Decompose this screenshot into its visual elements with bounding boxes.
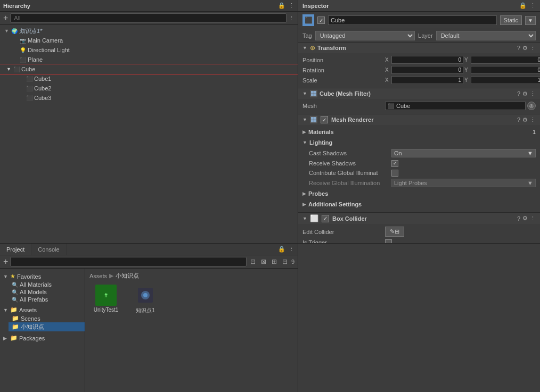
- mesh-renderer-check-icon: ✓: [322, 117, 326, 123]
- scale-row: Scale X Y Z: [302, 75, 536, 85]
- mesh-renderer-header[interactable]: ▼ ✓ Mesh Renderer ? ⚙ ⋮: [298, 114, 540, 125]
- scale-y-input[interactable]: [471, 76, 540, 84]
- cast-shadows-dropdown[interactable]: On ▼: [391, 149, 536, 157]
- position-xyz: X Y Z: [385, 56, 540, 64]
- tree-item-cube1[interactable]: ⬛ Cube1: [0, 74, 298, 84]
- tree-item-cube3[interactable]: ⬛ Cube3: [0, 93, 298, 103]
- packages-section: ▶ 📁 Packages: [0, 332, 85, 344]
- box-collider-check-icon: ✓: [323, 215, 328, 221]
- mesh-filter-dots-icon[interactable]: ⋮: [530, 90, 536, 97]
- favorites-star-icon: ★: [10, 273, 15, 280]
- is-trigger-checkbox[interactable]: [385, 239, 392, 244]
- scenes-item[interactable]: 📁 Scenes: [9, 314, 85, 322]
- tree-item-directional-light[interactable]: 💡 Directional Light: [0, 45, 298, 55]
- mesh-renderer-settings-icon[interactable]: ⚙: [522, 116, 528, 123]
- project-filter2-icon[interactable]: ⊠: [259, 257, 268, 266]
- project-tab[interactable]: Project: [0, 244, 31, 255]
- box-collider-help-icon[interactable]: ?: [517, 215, 520, 222]
- all-models-item[interactable]: 🔍 All Models: [9, 288, 85, 296]
- xiaozhi-item[interactable]: 📁 小知识点: [9, 322, 85, 331]
- materials-header[interactable]: ▶ Materials 1: [302, 128, 536, 136]
- inspector-lock-icon[interactable]: 🔒: [519, 2, 527, 9]
- object-enabled-check-icon: ✓: [319, 18, 323, 23]
- rotation-x-input[interactable]: [391, 66, 463, 74]
- probes-header[interactable]: ▶ Probes: [302, 189, 536, 198]
- cube-expand-icon[interactable]: ▼: [6, 66, 13, 72]
- edit-collider-button[interactable]: ✎⊞: [385, 227, 404, 237]
- all-materials-item[interactable]: 🔍 All Materials: [9, 281, 85, 288]
- edit-collider-row: Edit Collider ✎⊞: [302, 226, 536, 238]
- box-collider-title: Box Collider: [332, 215, 515, 222]
- tree-item-plane[interactable]: ⬛ Plane: [0, 55, 298, 64]
- static-button[interactable]: Static: [500, 15, 522, 25]
- packages-header[interactable]: ▶ 📁 Packages: [0, 333, 85, 343]
- object-name-input[interactable]: [328, 15, 497, 25]
- breadcrumb-assets[interactable]: Assets: [89, 273, 107, 279]
- tree-item-main-camera[interactable]: 📷 Main Camera: [0, 36, 298, 45]
- project-filter1-icon[interactable]: ⊡: [249, 257, 257, 266]
- unity-test1-asset[interactable]: # UnityTest1: [87, 283, 125, 316]
- box-collider-settings-icon[interactable]: ⚙: [522, 215, 528, 222]
- mesh-filter-header[interactable]: ▼ Cube (Mesh Filter) ? ⚙ ⋮: [298, 88, 540, 99]
- materials-row: ▶ Materials 1: [302, 127, 536, 137]
- mesh-filter-settings-icon[interactable]: ⚙: [522, 90, 528, 97]
- favorites-header[interactable]: ▼ ★ Favorites: [0, 272, 85, 281]
- layer-select[interactable]: Default: [436, 31, 536, 40]
- mesh-select-button[interactable]: ◎: [527, 102, 536, 110]
- receive-gi-row: Receive Global Illumination Light Probes…: [302, 178, 536, 188]
- breadcrumb: Assets ▶ 小知识点: [87, 271, 296, 281]
- inspector-dots-icon[interactable]: ⋮: [530, 2, 536, 9]
- box-collider-enabled-checkbox[interactable]: ✓: [322, 215, 329, 222]
- tag-select[interactable]: Untagged: [315, 31, 415, 40]
- console-tab[interactable]: Console: [31, 244, 66, 255]
- all-prefabs-search-icon: 🔍: [12, 297, 18, 303]
- transform-header[interactable]: ▼ ⊕ Transform ? ⚙ ⋮: [298, 43, 540, 53]
- mesh-filter-help-icon[interactable]: ?: [517, 90, 520, 97]
- hierarchy-add-button[interactable]: +: [3, 14, 8, 22]
- additional-settings-header[interactable]: ▶ Additional Settings: [302, 200, 536, 208]
- hierarchy-search-input[interactable]: [10, 13, 287, 23]
- box-collider-header[interactable]: ▼ ⬜ ✓ Box Collider ? ⚙ ⋮: [298, 213, 540, 224]
- tree-item-cube2[interactable]: ⬛ Cube2: [0, 84, 298, 93]
- mesh-renderer-help-icon[interactable]: ?: [517, 116, 520, 123]
- mesh-renderer-dots-icon[interactable]: ⋮: [530, 116, 536, 123]
- zhizhi-label: 知识点1: [136, 307, 155, 314]
- transform-settings-icon[interactable]: ⚙: [522, 45, 528, 52]
- project-add-button[interactable]: +: [3, 257, 8, 266]
- transform-dots-icon[interactable]: ⋮: [530, 45, 536, 52]
- project-filter3-icon[interactable]: ⊞: [270, 257, 279, 266]
- project-dots-icon[interactable]: ⋮: [289, 246, 294, 253]
- rotation-y-input[interactable]: [471, 66, 540, 74]
- transform-help-icon[interactable]: ?: [517, 45, 520, 51]
- position-x-input[interactable]: [391, 56, 463, 64]
- box-collider-dots-icon[interactable]: ⋮: [530, 215, 536, 222]
- edit-collider-btn-area: ✎⊞: [385, 227, 536, 237]
- object-enabled-checkbox[interactable]: ✓: [317, 16, 325, 24]
- tree-item-cube[interactable]: ▼ ⬛ Cube: [0, 64, 298, 74]
- static-dropdown-button[interactable]: ▼: [525, 16, 536, 25]
- project-slider-icon[interactable]: ⊟: [281, 257, 289, 266]
- inspector-scroll-area[interactable]: ⬛ ✓ Static ▼ Tag Untagged Layer Default: [298, 12, 540, 243]
- contribute-gi-checkbox[interactable]: [391, 170, 398, 177]
- project-header-row: Project Console 🔒 ⋮: [0, 244, 298, 255]
- favorites-children: 🔍 All Materials 🔍 All Models 🔍 All Prefa…: [0, 281, 85, 303]
- mesh-renderer-enabled-checkbox[interactable]: ✓: [321, 116, 328, 123]
- scene-arrow-icon[interactable]: ▼: [4, 28, 11, 34]
- receive-shadows-checkbox[interactable]: ✓: [391, 160, 398, 167]
- contribute-gi-row: Contribute Global Illuminat: [302, 168, 536, 178]
- breadcrumb-xiaozhi[interactable]: 小知识点: [116, 272, 139, 280]
- scale-x-input[interactable]: [391, 76, 463, 84]
- position-y-input[interactable]: [471, 56, 540, 64]
- hierarchy-dots-icon[interactable]: ⋮: [289, 2, 294, 9]
- zhizhi-asset[interactable]: 知识点1: [127, 283, 164, 316]
- zhizhi-scene-icon: [135, 285, 156, 306]
- probes-row: ▶ Probes: [302, 188, 536, 199]
- assets-header[interactable]: ▼ 📁 Assets: [0, 305, 85, 314]
- scene-root-item[interactable]: ▼ 🌍 知识点1*: [0, 26, 298, 36]
- hierarchy-menu-dots[interactable]: ⋮: [289, 15, 294, 22]
- receive-gi-dropdown[interactable]: Light Probes ▼: [391, 179, 536, 187]
- project-search-input[interactable]: [10, 257, 247, 266]
- all-prefabs-item[interactable]: 🔍 All Prefabs: [9, 296, 85, 303]
- lighting-header[interactable]: ▼ Lighting: [302, 138, 536, 147]
- cube-icon: ⬛: [13, 66, 20, 72]
